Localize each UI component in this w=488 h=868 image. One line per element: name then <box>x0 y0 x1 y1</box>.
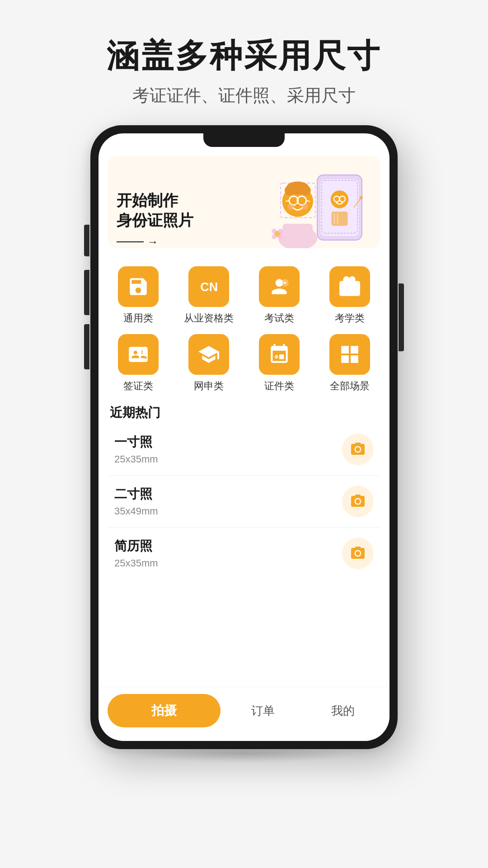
photo-name-2cm: 二寸照 <box>114 486 158 503</box>
phone-screen: 开始制作 身份证照片 → <box>99 133 389 741</box>
category-icon-general <box>118 266 159 307</box>
volume-down-button <box>84 324 89 369</box>
photo-info-1cm: 一寸照 25x35mm <box>114 434 158 465</box>
shoot-button[interactable]: 拍摄 <box>108 694 221 727</box>
svg-rect-6 <box>332 212 348 226</box>
category-label-study: 考学类 <box>335 311 365 325</box>
svg-point-14 <box>301 186 311 196</box>
hero-arrow: → <box>117 236 263 248</box>
svg-point-27 <box>278 229 283 234</box>
category-icon-qualification: CN <box>188 266 229 307</box>
page-subtitle: 考证证件、证件照、采用尺寸 <box>107 84 381 107</box>
photo-name-resume: 简历照 <box>114 538 158 555</box>
svg-point-21 <box>287 203 294 210</box>
photo-item-resume[interactable]: 简历照 25x35mm <box>108 528 380 614</box>
photo-camera-btn-2cm[interactable] <box>342 486 374 517</box>
phone-shadow <box>131 745 357 763</box>
category-label-general: 通用类 <box>123 311 153 325</box>
category-label-qualification: 从业资格类 <box>184 311 234 325</box>
svg-point-31 <box>360 196 363 199</box>
category-item-qualification[interactable]: CN 从业资格类 <box>178 266 239 325</box>
category-label-all: 全部场景 <box>330 379 370 393</box>
category-grid: 通用类 CN 从业资格类 考试类 <box>99 257 389 397</box>
phone-wrapper: 开始制作 身份证照片 → <box>90 121 398 749</box>
bottom-nav: 拍摄 订单 我的 <box>99 687 389 741</box>
category-item-exam[interactable]: 考试类 <box>249 266 310 325</box>
photo-size-2cm: 35x49mm <box>114 505 158 517</box>
category-label-visa: 签证类 <box>123 379 153 393</box>
svg-point-20 <box>296 204 300 206</box>
svg-text:CN: CN <box>200 280 218 294</box>
category-item-all[interactable]: 全部场景 <box>319 334 380 393</box>
category-label-online: 网申类 <box>194 379 224 393</box>
category-item-visa[interactable]: 签证类 <box>108 334 169 393</box>
photo-camera-btn-1cm[interactable] <box>342 434 374 465</box>
svg-point-26 <box>272 229 277 234</box>
hero-title: 开始制作 身份证照片 <box>117 190 263 230</box>
svg-rect-24 <box>283 224 313 242</box>
mine-nav-item[interactable]: 我的 <box>305 703 380 719</box>
order-nav-item[interactable]: 订单 <box>225 703 300 719</box>
photo-size-resume: 25x35mm <box>114 557 158 569</box>
hero-illustration <box>263 167 371 248</box>
recent-hot-title: 近期热门 <box>99 397 389 424</box>
svg-point-29 <box>278 235 283 240</box>
category-icon-exam <box>259 266 300 307</box>
photo-info-2cm: 二寸照 35x49mm <box>114 486 158 517</box>
category-icon-certificate <box>259 334 300 375</box>
category-label-certificate: 证件类 <box>264 379 294 393</box>
photo-list: 一寸照 25x35mm 二寸照 35x49mm <box>99 424 389 614</box>
phone-notch <box>203 133 285 147</box>
photo-camera-btn-resume[interactable] <box>342 538 374 569</box>
svg-point-13 <box>285 186 295 196</box>
category-item-certificate[interactable]: 证件类 <box>249 334 310 393</box>
volume-up-button <box>84 270 89 315</box>
phone-frame: 开始制作 身份证照片 → <box>90 125 398 749</box>
photo-item-2cm[interactable]: 二寸照 35x49mm <box>108 476 380 528</box>
page-header: 涵盖多种采用尺寸 考证证件、证件照、采用尺寸 <box>107 0 381 121</box>
power-button <box>399 283 404 351</box>
category-item-study[interactable]: 考学类 <box>319 266 380 325</box>
photo-info-resume: 简历照 25x35mm <box>114 538 158 569</box>
category-icon-online <box>188 334 229 375</box>
phone-content: 开始制作 身份证照片 → <box>99 133 389 741</box>
photo-size-1cm: 25x35mm <box>114 453 158 465</box>
hero-text: 开始制作 身份证照片 → <box>117 190 263 248</box>
category-icon-study <box>329 266 370 307</box>
category-item-general[interactable]: 通用类 <box>108 266 169 325</box>
category-label-exam: 考试类 <box>264 311 294 325</box>
category-icon-visa <box>118 334 159 375</box>
category-item-online[interactable]: 网申类 <box>178 334 239 393</box>
photo-name-1cm: 一寸照 <box>114 434 158 451</box>
svg-point-28 <box>272 235 277 240</box>
category-icon-all <box>329 334 370 375</box>
svg-point-22 <box>301 203 308 210</box>
hero-banner[interactable]: 开始制作 身份证照片 → <box>108 156 380 248</box>
photo-item-1cm[interactable]: 一寸照 25x35mm <box>108 424 380 476</box>
page-title: 涵盖多种采用尺寸 <box>107 36 381 75</box>
